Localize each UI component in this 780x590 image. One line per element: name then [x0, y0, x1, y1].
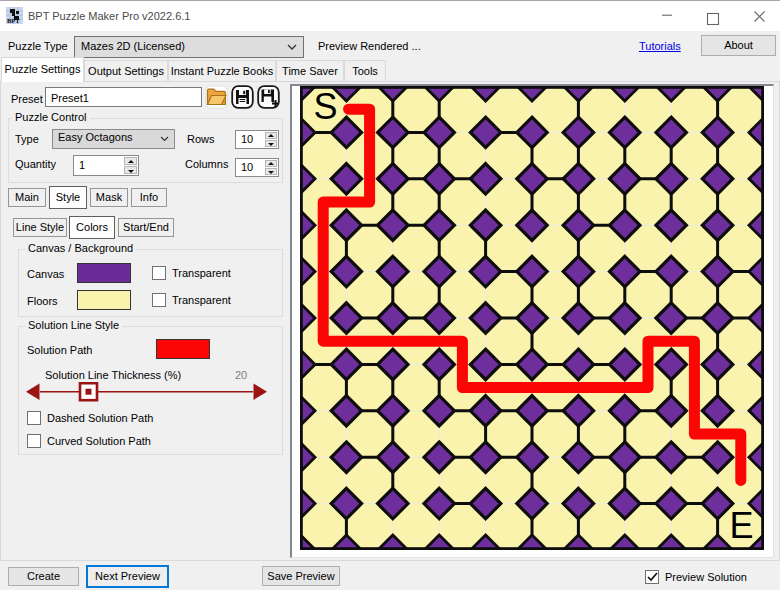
svg-text:S: S	[314, 86, 338, 127]
svg-text:BPT: BPT	[7, 17, 20, 24]
svg-text:E: E	[729, 505, 753, 546]
